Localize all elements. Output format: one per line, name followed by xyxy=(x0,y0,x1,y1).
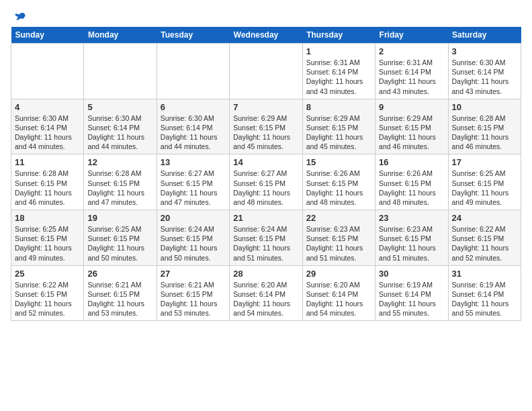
day-info: Sunrise: 6:22 AMSunset: 6:15 PMDaylight:… xyxy=(15,280,80,318)
title-block xyxy=(27,7,521,8)
day-number: 24 xyxy=(452,213,517,223)
week-row-3: 11Sunrise: 6:28 AMSunset: 6:15 PMDayligh… xyxy=(11,154,521,210)
day-info: Sunrise: 6:27 AMSunset: 6:15 PMDaylight:… xyxy=(161,169,226,207)
day-number: 25 xyxy=(15,269,80,279)
day-number: 29 xyxy=(306,269,371,279)
day-info: Sunrise: 6:26 AMSunset: 6:15 PMDaylight:… xyxy=(379,169,444,207)
day-number: 3 xyxy=(452,46,517,56)
day-info: Sunrise: 6:25 AMSunset: 6:15 PMDaylight:… xyxy=(87,224,152,263)
day-cell: 6Sunrise: 6:30 AMSunset: 6:14 PMDaylight… xyxy=(157,99,229,154)
day-cell: 10Sunrise: 6:28 AMSunset: 6:15 PMDayligh… xyxy=(448,99,521,154)
day-cell: 11Sunrise: 6:28 AMSunset: 6:15 PMDayligh… xyxy=(11,154,84,210)
calendar-table: SundayMondayTuesdayWednesdayThursdayFrid… xyxy=(11,27,521,321)
day-info: Sunrise: 6:30 AMSunset: 6:14 PMDaylight:… xyxy=(15,113,80,152)
day-cell: 8Sunrise: 6:29 AMSunset: 6:15 PMDaylight… xyxy=(302,99,375,154)
day-cell: 19Sunrise: 6:25 AMSunset: 6:15 PMDayligh… xyxy=(84,210,157,266)
day-info: Sunrise: 6:25 AMSunset: 6:15 PMDaylight:… xyxy=(15,224,80,263)
day-number: 11 xyxy=(15,157,80,167)
day-cell: 27Sunrise: 6:21 AMSunset: 6:15 PMDayligh… xyxy=(157,265,229,321)
day-cell: 23Sunrise: 6:23 AMSunset: 6:15 PMDayligh… xyxy=(375,210,448,266)
day-number: 5 xyxy=(87,102,152,112)
day-cell: 1Sunrise: 6:31 AMSunset: 6:14 PMDaylight… xyxy=(302,44,375,99)
day-cell: 3Sunrise: 6:30 AMSunset: 6:14 PMDaylight… xyxy=(448,44,521,99)
header-sunday: Sunday xyxy=(11,27,84,44)
day-info: Sunrise: 6:19 AMSunset: 6:14 PMDaylight:… xyxy=(379,280,444,318)
day-number: 7 xyxy=(233,102,298,112)
day-cell: 16Sunrise: 6:26 AMSunset: 6:15 PMDayligh… xyxy=(375,154,448,210)
day-info: Sunrise: 6:20 AMSunset: 6:14 PMDaylight:… xyxy=(306,280,371,318)
day-cell xyxy=(84,44,157,99)
day-cell: 14Sunrise: 6:27 AMSunset: 6:15 PMDayligh… xyxy=(230,154,302,210)
day-number: 18 xyxy=(15,213,80,223)
day-info: Sunrise: 6:27 AMSunset: 6:15 PMDaylight:… xyxy=(233,169,298,207)
day-number: 28 xyxy=(233,269,298,279)
day-number: 26 xyxy=(87,269,152,279)
day-info: Sunrise: 6:23 AMSunset: 6:15 PMDaylight:… xyxy=(379,224,444,263)
day-info: Sunrise: 6:31 AMSunset: 6:14 PMDaylight:… xyxy=(306,58,371,96)
day-info: Sunrise: 6:21 AMSunset: 6:15 PMDaylight:… xyxy=(161,280,226,318)
day-cell: 15Sunrise: 6:26 AMSunset: 6:15 PMDayligh… xyxy=(302,154,375,210)
day-number: 17 xyxy=(452,157,517,167)
day-cell: 20Sunrise: 6:24 AMSunset: 6:15 PMDayligh… xyxy=(157,210,229,266)
day-info: Sunrise: 6:29 AMSunset: 6:15 PMDaylight:… xyxy=(379,113,444,152)
day-cell: 18Sunrise: 6:25 AMSunset: 6:15 PMDayligh… xyxy=(11,210,84,266)
day-cell: 9Sunrise: 6:29 AMSunset: 6:15 PMDaylight… xyxy=(375,99,448,154)
week-row-1: 1Sunrise: 6:31 AMSunset: 6:14 PMDaylight… xyxy=(11,44,521,99)
day-cell: 12Sunrise: 6:28 AMSunset: 6:15 PMDayligh… xyxy=(84,154,157,210)
day-info: Sunrise: 6:30 AMSunset: 6:14 PMDaylight:… xyxy=(161,113,226,152)
day-info: Sunrise: 6:24 AMSunset: 6:15 PMDaylight:… xyxy=(233,224,298,263)
day-cell: 5Sunrise: 6:30 AMSunset: 6:14 PMDaylight… xyxy=(84,99,157,154)
day-number: 8 xyxy=(306,102,371,112)
day-number: 22 xyxy=(306,213,371,223)
day-number: 16 xyxy=(379,157,444,167)
day-cell: 24Sunrise: 6:22 AMSunset: 6:15 PMDayligh… xyxy=(448,210,521,266)
day-cell: 31Sunrise: 6:19 AMSunset: 6:14 PMDayligh… xyxy=(448,265,521,321)
day-info: Sunrise: 6:31 AMSunset: 6:14 PMDaylight:… xyxy=(379,58,444,96)
day-info: Sunrise: 6:26 AMSunset: 6:15 PMDaylight:… xyxy=(306,169,371,207)
day-info: Sunrise: 6:30 AMSunset: 6:14 PMDaylight:… xyxy=(452,58,517,96)
calendar-header-row: SundayMondayTuesdayWednesdayThursdayFrid… xyxy=(11,27,521,44)
week-row-5: 25Sunrise: 6:22 AMSunset: 6:15 PMDayligh… xyxy=(11,265,521,321)
day-cell: 7Sunrise: 6:29 AMSunset: 6:15 PMDaylight… xyxy=(230,99,302,154)
day-number: 27 xyxy=(161,269,226,279)
day-cell: 21Sunrise: 6:24 AMSunset: 6:15 PMDayligh… xyxy=(230,210,302,266)
week-row-2: 4Sunrise: 6:30 AMSunset: 6:14 PMDaylight… xyxy=(11,99,521,154)
logo xyxy=(11,12,27,23)
day-info: Sunrise: 6:24 AMSunset: 6:15 PMDaylight:… xyxy=(161,224,226,263)
day-info: Sunrise: 6:29 AMSunset: 6:15 PMDaylight:… xyxy=(306,113,371,152)
day-cell: 4Sunrise: 6:30 AMSunset: 6:14 PMDaylight… xyxy=(11,99,84,154)
day-info: Sunrise: 6:25 AMSunset: 6:15 PMDaylight:… xyxy=(452,169,517,207)
day-info: Sunrise: 6:20 AMSunset: 6:14 PMDaylight:… xyxy=(233,280,298,318)
header xyxy=(11,7,521,23)
day-cell: 26Sunrise: 6:21 AMSunset: 6:15 PMDayligh… xyxy=(84,265,157,321)
day-info: Sunrise: 6:28 AMSunset: 6:15 PMDaylight:… xyxy=(452,113,517,152)
day-cell: 13Sunrise: 6:27 AMSunset: 6:15 PMDayligh… xyxy=(157,154,229,210)
header-monday: Monday xyxy=(84,27,157,44)
day-cell xyxy=(157,44,229,99)
day-number: 4 xyxy=(15,102,80,112)
header-tuesday: Tuesday xyxy=(157,27,229,44)
day-cell: 2Sunrise: 6:31 AMSunset: 6:14 PMDaylight… xyxy=(375,44,448,99)
day-info: Sunrise: 6:28 AMSunset: 6:15 PMDaylight:… xyxy=(15,169,80,207)
day-cell: 25Sunrise: 6:22 AMSunset: 6:15 PMDayligh… xyxy=(11,265,84,321)
day-number: 10 xyxy=(452,102,517,112)
day-cell: 28Sunrise: 6:20 AMSunset: 6:14 PMDayligh… xyxy=(230,265,302,321)
day-info: Sunrise: 6:19 AMSunset: 6:14 PMDaylight:… xyxy=(452,280,517,318)
day-number: 15 xyxy=(306,157,371,167)
header-friday: Friday xyxy=(375,27,448,44)
day-cell: 22Sunrise: 6:23 AMSunset: 6:15 PMDayligh… xyxy=(302,210,375,266)
week-row-4: 18Sunrise: 6:25 AMSunset: 6:15 PMDayligh… xyxy=(11,210,521,266)
day-cell xyxy=(230,44,302,99)
header-saturday: Saturday xyxy=(448,27,521,44)
day-info: Sunrise: 6:21 AMSunset: 6:15 PMDaylight:… xyxy=(87,280,152,318)
day-info: Sunrise: 6:28 AMSunset: 6:15 PMDaylight:… xyxy=(87,169,152,207)
day-number: 9 xyxy=(379,102,444,112)
day-number: 6 xyxy=(161,102,226,112)
day-cell xyxy=(11,44,84,99)
day-cell: 17Sunrise: 6:25 AMSunset: 6:15 PMDayligh… xyxy=(448,154,521,210)
day-info: Sunrise: 6:29 AMSunset: 6:15 PMDaylight:… xyxy=(233,113,298,152)
day-info: Sunrise: 6:22 AMSunset: 6:15 PMDaylight:… xyxy=(452,224,517,263)
day-number: 31 xyxy=(452,269,517,279)
header-thursday: Thursday xyxy=(302,27,375,44)
logo-bird-icon xyxy=(12,11,27,26)
